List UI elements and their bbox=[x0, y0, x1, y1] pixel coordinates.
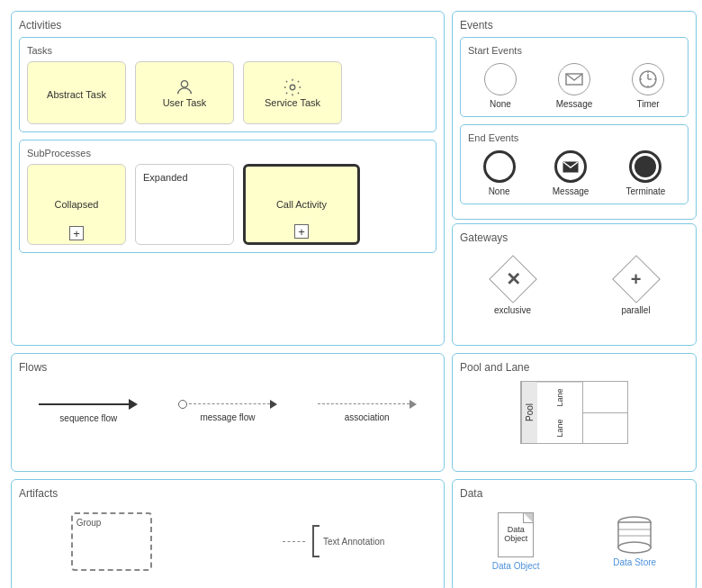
sequence-arrow bbox=[129, 399, 138, 410]
group-box[interactable]: Group bbox=[71, 512, 152, 571]
end-message-label: Message bbox=[553, 186, 590, 196]
expanded-label: Expanded bbox=[143, 172, 188, 183]
abstract-task-label: Abstract Task bbox=[47, 89, 106, 100]
end-terminate-circle bbox=[629, 150, 662, 183]
end-terminate-label: Terminate bbox=[626, 186, 666, 196]
call-activity-label: Call Activity bbox=[276, 199, 327, 210]
svg-point-0 bbox=[181, 81, 187, 87]
abstract-task-box[interactable]: Abstract Task bbox=[27, 61, 126, 124]
lane-col-1: Lane Lane bbox=[537, 382, 583, 443]
start-message-circle bbox=[558, 63, 590, 95]
collapsed-box[interactable]: Collapsed + bbox=[27, 164, 126, 245]
parallel-label: parallel bbox=[621, 305, 650, 315]
tasks-title: Tasks bbox=[27, 45, 428, 56]
tasks-subpanel: Tasks Abstract Task User Task bbox=[19, 37, 436, 132]
call-activity-box[interactable]: Call Activity + bbox=[243, 164, 360, 245]
start-none-label: None bbox=[490, 99, 511, 109]
gateways-row: ✕ exclusive + parallel bbox=[460, 249, 688, 322]
data-object-fold bbox=[524, 513, 533, 522]
start-timer-icon bbox=[638, 69, 658, 89]
service-task-box[interactable]: Service Task bbox=[243, 61, 342, 124]
collapsed-label: Collapsed bbox=[55, 199, 99, 210]
subprocesses-subpanel: SubProcesses Collapsed + Expanded Call A… bbox=[19, 140, 436, 253]
user-icon bbox=[175, 77, 194, 97]
svg-point-13 bbox=[618, 542, 651, 553]
exclusive-label: exclusive bbox=[494, 305, 531, 315]
end-none-item[interactable]: None bbox=[483, 150, 516, 196]
exclusive-diamond: ✕ bbox=[490, 257, 536, 302]
annotation-bracket bbox=[312, 525, 320, 557]
data-object-label: Data Object bbox=[492, 561, 540, 571]
annotation-dash bbox=[283, 541, 305, 542]
activities-title: Activities bbox=[19, 19, 436, 32]
data-store-item[interactable]: Data Store bbox=[613, 516, 656, 567]
message-flow-circle bbox=[178, 400, 187, 409]
parallel-diamond: + bbox=[614, 257, 659, 302]
start-timer-item[interactable]: Timer bbox=[632, 63, 664, 109]
events-panel: Events Start Events None bbox=[452, 11, 697, 220]
sequence-line bbox=[39, 403, 129, 405]
terminate-inner-circle bbox=[634, 156, 656, 177]
lane-2-top bbox=[583, 382, 628, 413]
sequence-flow-item: sequence flow bbox=[39, 399, 138, 423]
group-label: Group bbox=[76, 518, 102, 528]
annotation-box: Text Annotation bbox=[312, 525, 384, 557]
activities-panel: Activities Tasks Abstract Task User Task bbox=[11, 11, 445, 346]
start-timer-label: Timer bbox=[636, 99, 659, 109]
data-object-item[interactable]: DataObject Data Object bbox=[492, 512, 540, 571]
start-events-title: Start Events bbox=[468, 45, 680, 56]
pool-label: Pool bbox=[521, 382, 537, 443]
sequence-flow-line bbox=[39, 399, 138, 410]
parallel-gateway-item[interactable]: + parallel bbox=[614, 257, 659, 315]
annotation-item: Text Annotation bbox=[283, 525, 384, 557]
pool-lane-panel: Pool and Lane Pool Lane Lane bbox=[452, 353, 697, 472]
end-message-circle bbox=[554, 150, 587, 183]
association-arrow bbox=[410, 400, 417, 409]
end-none-circle bbox=[483, 150, 516, 183]
association-flow-line bbox=[318, 400, 417, 409]
subprocesses-title: SubProcesses bbox=[27, 148, 428, 158]
flows-row: sequence flow message flow association bbox=[19, 379, 436, 442]
start-timer-circle bbox=[632, 63, 664, 95]
start-none-circle bbox=[484, 63, 517, 95]
collapsed-plus-icon: + bbox=[69, 226, 84, 240]
lane-1-bottom: Lane bbox=[537, 413, 582, 444]
data-object-text: DataObject bbox=[504, 525, 527, 545]
artifacts-panel: Artifacts Group Text Annotation bbox=[11, 479, 445, 588]
end-events-title: End Events bbox=[468, 132, 680, 143]
pool-diagram: Pool Lane Lane bbox=[520, 381, 628, 444]
user-task-box[interactable]: User Task bbox=[135, 61, 234, 124]
user-task-label: User Task bbox=[163, 97, 207, 108]
data-panel: Data DataObject Data Object Data Store bbox=[452, 479, 697, 588]
start-none-item[interactable]: None bbox=[484, 63, 517, 109]
lane-1-top: Lane bbox=[537, 382, 582, 413]
start-message-icon bbox=[565, 73, 583, 86]
service-task-label: Service Task bbox=[265, 97, 320, 108]
sequence-flow-label: sequence flow bbox=[59, 413, 117, 423]
start-events-row: None Message bbox=[468, 63, 680, 109]
message-flow-arrow bbox=[270, 400, 277, 409]
tasks-row: Abstract Task User Task Service Task bbox=[27, 61, 428, 124]
annotation-label: Text Annotation bbox=[323, 537, 384, 547]
pool-lane-title: Pool and Lane bbox=[460, 361, 688, 374]
message-flow-line bbox=[178, 400, 277, 409]
data-store-svg bbox=[613, 516, 656, 554]
start-message-item[interactable]: Message bbox=[556, 63, 593, 109]
exclusive-gateway-item[interactable]: ✕ exclusive bbox=[490, 257, 536, 315]
artifacts-title: Artifacts bbox=[19, 487, 436, 500]
lane-col-2 bbox=[583, 382, 628, 443]
end-terminate-item[interactable]: Terminate bbox=[626, 150, 666, 196]
lanes-container: Lane Lane bbox=[537, 382, 627, 443]
lane-2-bottom bbox=[583, 413, 628, 444]
flows-panel: Flows sequence flow message flow bbox=[11, 353, 445, 472]
message-flow-dash bbox=[189, 403, 270, 404]
association-flow-item: association bbox=[318, 400, 417, 422]
end-message-item[interactable]: Message bbox=[553, 150, 590, 196]
events-title: Events bbox=[460, 19, 688, 32]
start-events-sub: Start Events None Message bbox=[460, 37, 688, 117]
data-title: Data bbox=[460, 487, 688, 500]
expanded-box[interactable]: Expanded bbox=[135, 164, 234, 245]
end-events-row: None Message bbox=[468, 150, 680, 196]
artifacts-row: Group Text Annotation bbox=[19, 505, 436, 577]
flows-title: Flows bbox=[19, 361, 436, 374]
